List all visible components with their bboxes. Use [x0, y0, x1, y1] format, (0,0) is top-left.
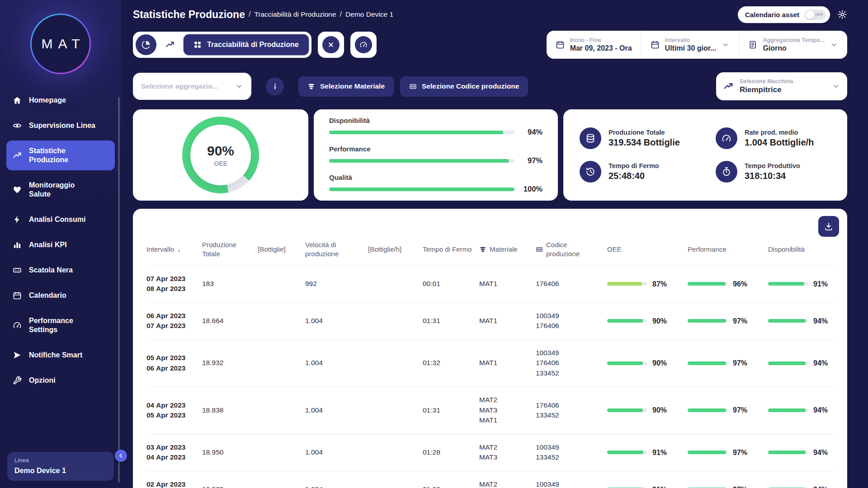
column-label: [Bottiglie]	[258, 245, 286, 254]
metric-fill	[688, 408, 726, 412]
column-label: Tempo di Fermo	[423, 245, 472, 254]
value-line: 06 Apr 2023	[146, 311, 196, 321]
filter-button-selezione-codice-produzione[interactable]: Selezione Codice produzione	[400, 76, 528, 97]
column-header-produzione-totale[interactable]: Produzione Totale	[202, 240, 252, 258]
column-label: Materiale	[490, 245, 518, 254]
barcode-icon	[409, 83, 417, 90]
picker-interval[interactable]: IntervalloUltimi 30 gior...	[641, 31, 739, 59]
machine-select[interactable]: Selezione Macchina Riempitrice	[716, 72, 847, 100]
value-line: 04 Apr 2023	[146, 452, 196, 462]
sidebar-item-statistiche-produzione[interactable]: Statistiche Produzione	[6, 141, 115, 170]
sidebar-collapse-button[interactable]	[115, 450, 127, 462]
cell-oee: 90%	[607, 358, 682, 368]
picker-label: Inizio - Fine	[570, 37, 632, 43]
column-header-materiale[interactable]: Materiale	[479, 245, 530, 254]
metric-fill	[688, 282, 726, 286]
cell-materiale: MAT1	[479, 316, 530, 326]
stat-label: Tempo di Fermo	[609, 162, 659, 169]
filter-button-selezione-materiale[interactable]: Selezione Materiale	[298, 76, 394, 97]
clock-icon	[585, 167, 595, 177]
value-line: 05 Apr 2023	[146, 410, 196, 420]
metric-fill	[688, 450, 726, 454]
value-line: MAT2	[479, 479, 530, 488]
value-line: 06 Apr 2023	[146, 363, 196, 373]
sidebar-item-analisi-kpi[interactable]: Analisi KPI	[6, 235, 115, 255]
picker-value: Giorno	[763, 44, 825, 52]
value-line: 08 Apr 2023	[146, 284, 196, 294]
breadcrumb-item-1[interactable]: Tracciabilità di Produzione	[254, 10, 336, 19]
column-label: Performance	[688, 245, 726, 254]
sidebar-item-opzioni[interactable]: Opzioni	[6, 370, 115, 391]
aggregation-select[interactable]: Selezione aggregazio...	[133, 73, 251, 100]
calendar-asset-toggle[interactable]: Calendario asset OFF	[738, 6, 830, 23]
stat-text: Rate prod. medio1.004 Bottiglie/h	[745, 129, 814, 148]
value-line: 05 Apr 2023	[146, 353, 196, 363]
sidebar-item-scatola-nera[interactable]: Scatola Nera	[6, 260, 115, 281]
trend-view-button[interactable]	[160, 34, 180, 55]
value-line: 176406	[536, 400, 601, 410]
trend-icon	[165, 40, 175, 49]
sidebar-item-monitoraggio-salute[interactable]: Monitoraggio Salute	[6, 175, 115, 205]
column-header-velocit-di-produzione[interactable]: Velocità di produzione	[305, 240, 362, 258]
metric-fill	[607, 408, 643, 412]
picker-date-range[interactable]: Inizio - FineMar 09, 2023 - Ora	[547, 31, 641, 59]
barcode-icon	[536, 246, 543, 253]
download-button[interactable]	[818, 216, 839, 237]
progress-value: 100%	[522, 185, 542, 193]
tab-tracciabilit-di-produzione[interactable]: Tracciabilità di Produzione	[184, 34, 309, 55]
gear-icon[interactable]	[837, 9, 847, 19]
cell-oee: 87%	[607, 279, 682, 289]
column-header-tempo-di-fermo[interactable]: Tempo di Fermo	[423, 245, 473, 254]
toggle-switch[interactable]: OFF	[805, 9, 826, 20]
box-icon	[13, 266, 22, 275]
column-header-oee[interactable]: OEE	[607, 245, 682, 254]
sidebar-item-notifiche-smart[interactable]: Notifiche Smart	[6, 345, 115, 366]
metric-fill	[607, 450, 643, 454]
column-header-intervallo[interactable]: Intervallo↓	[146, 245, 196, 254]
sidebar-item-label: Analisi Consumi	[29, 215, 85, 224]
sidebar-item-performance-settings[interactable]: Performance Settings	[6, 310, 115, 340]
speedo-button[interactable]	[350, 32, 377, 58]
kpi-row: 90% OEE Disponibilità94%Performance97%Qu…	[133, 109, 847, 201]
column-header-disponibilit[interactable]: Disponibilità	[768, 245, 834, 254]
stat-icon-badge	[716, 161, 737, 183]
info-button[interactable]	[266, 77, 284, 95]
stat-label: Rate prod. medio	[745, 129, 814, 136]
column-header-codice-produzione[interactable]: Codice produzione	[536, 240, 601, 258]
cell-tempo-fermo: 01:31	[423, 316, 473, 326]
stopwatch-icon	[722, 167, 731, 177]
cell-performance: 97%	[688, 405, 762, 415]
column-header-bottiglie-h[interactable]: [Bottiglie/h]	[368, 245, 417, 254]
breadcrumb-item-2[interactable]: Demo Device 1	[345, 10, 393, 19]
sidebar-item-supervisione-linea[interactable]: Supervisione Linea	[6, 115, 115, 136]
table-row: 05 Apr 202306 Apr 202318.9321.00401:32MA…	[146, 339, 834, 386]
column-header-bottiglie[interactable]: [Bottiglie]	[258, 245, 299, 254]
stat-value: 318:10:34	[745, 171, 800, 181]
cell-disponibilita: 94%	[768, 405, 834, 415]
metric-value: 90%	[652, 358, 667, 368]
sidebar-item-calendario[interactable]: Calendario	[6, 285, 115, 306]
sidebar-item-homepage[interactable]: Homepage	[6, 90, 115, 111]
value-line: 176406	[536, 358, 601, 368]
metric-value: 91%	[652, 484, 667, 488]
stat-rate-prod-medio: Rate prod. medio1.004 Bottiglie/h	[716, 127, 831, 149]
picker-time-aggregation[interactable]: Aggregazione Tempo...Giorno	[739, 31, 847, 59]
sidebar-item-label: Calendario	[29, 291, 66, 300]
oee-label: OEE	[214, 160, 227, 167]
cell-produzione-totale: 18.838	[202, 405, 252, 415]
value-line: MAT3	[479, 405, 530, 415]
calendar-icon	[13, 291, 22, 300]
sidebar-item-label: Homepage	[29, 96, 66, 105]
cell-disponibilita: 94%	[768, 316, 834, 326]
bolt-icon	[13, 215, 22, 224]
column-header-performance[interactable]: Performance	[688, 245, 762, 254]
sidebar-item-label: Scatola Nera	[29, 266, 73, 275]
pie-view-button[interactable]	[136, 34, 156, 55]
cell-oee: 91%	[607, 484, 682, 488]
sidebar-scrollbar[interactable]	[118, 97, 120, 483]
value-line: 02 Apr 2023	[146, 479, 196, 488]
sidebar-item-analisi-consumi[interactable]: Analisi Consumi	[6, 209, 115, 230]
stat-value: 25:48:40	[609, 171, 659, 181]
xmark-button[interactable]	[318, 32, 344, 58]
stat-value: 319.534 Bottiglie	[609, 137, 680, 148]
